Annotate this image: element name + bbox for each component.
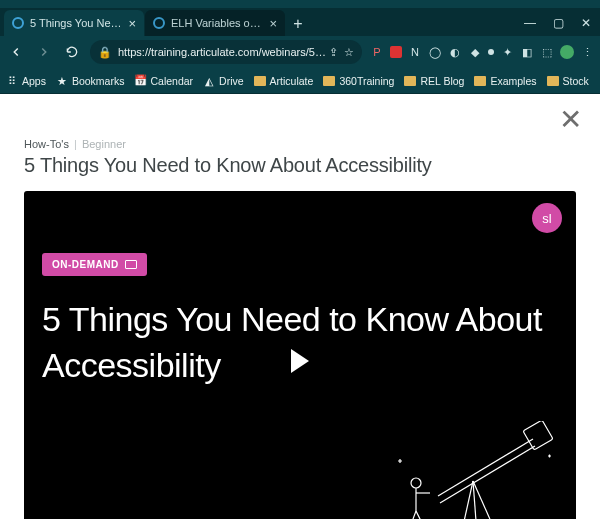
on-demand-badge: ON-DEMAND [42,253,147,276]
tab-title: 5 Things You Need to Know Abo… [30,17,122,29]
url-box[interactable]: 🔒 https://training.articulate.com/webina… [90,40,362,64]
menu-kebab-icon[interactable]: ⋮ [580,45,594,59]
back-button[interactable] [6,42,26,62]
extension-icon[interactable] [390,46,402,58]
breadcrumb-level[interactable]: Beginner [82,138,126,150]
new-tab-button[interactable]: + [286,12,310,36]
extension-icon[interactable]: ◆ [468,45,482,59]
forward-button[interactable] [34,42,54,62]
close-tab-icon[interactable]: × [269,17,277,30]
extension-icon[interactable]: P [370,45,384,59]
svg-line-1 [440,446,535,503]
page-title: 5 Things You Need to Know About Accessib… [24,154,576,177]
bookmark-label: Calendar [150,75,193,87]
bookmark-bookmarks[interactable]: ★Bookmarks [56,75,125,87]
page-viewport: ✕ How-To's | Beginner 5 Things You Need … [0,94,600,519]
apps-grid-icon: ⠿ [6,75,18,87]
bookmark-label: Examples [490,75,536,87]
tab-strip: 5 Things You Need to Know Abo… × ELH Var… [0,8,600,36]
svg-point-6 [411,478,421,488]
play-icon[interactable] [291,349,309,373]
extension-icon[interactable]: ◐ [448,45,462,59]
svg-line-0 [438,439,533,496]
video-player[interactable]: sl ON-DEMAND 5 Things You Need to Know A… [24,191,576,519]
folder-icon [474,76,486,86]
extension-icon[interactable]: ◯ [428,45,442,59]
bookmark-stock[interactable]: Stock [547,75,589,87]
svg-line-10 [416,511,424,519]
browser-window: 5 Things You Need to Know Abo… × ELH Var… [0,0,600,519]
tab-title: ELH Variables only 3 | Review 360 [171,17,263,29]
calendar-icon: 📅 [134,75,146,87]
bookmark-calendar[interactable]: 📅Calendar [134,75,193,87]
close-modal-button[interactable]: ✕ [559,106,582,134]
bookmark-label: Drive [219,75,244,87]
folder-icon [254,76,266,86]
badge-text: ON-DEMAND [52,259,119,270]
bookmarks-bar: ⠿Apps ★Bookmarks 📅Calendar ◭Drive Articu… [0,68,600,94]
maximize-button[interactable]: ▢ [544,10,572,36]
bookmark-articulate[interactable]: Articulate [254,75,314,87]
window-titlebar[interactable] [0,0,600,8]
folder-icon [323,76,335,86]
star-icon: ★ [56,75,68,87]
extension-icon[interactable]: ◧ [520,45,534,59]
window-controls: — ▢ ✕ [516,10,600,36]
tab-active[interactable]: 5 Things You Need to Know Abo… × [4,10,144,36]
close-window-button[interactable]: ✕ [572,10,600,36]
svg-rect-2 [523,421,553,450]
address-bar: 🔒 https://training.articulate.com/webina… [0,36,600,68]
bookmark-label: REL Blog [420,75,464,87]
extensions-tray: P N ◯ ◐ ◆ ✦ ◧ ⬚ ⋮ [370,45,594,59]
folder-icon [404,76,416,86]
svg-line-9 [410,511,416,519]
video-title: 5 Things You Need to Know About Accessib… [42,297,558,389]
favicon-circle-icon [12,17,24,29]
bookmark-drive[interactable]: ◭Drive [203,75,244,87]
folder-icon [547,76,559,86]
breadcrumb: How-To's | Beginner [24,138,576,150]
tab-inactive[interactable]: ELH Variables only 3 | Review 360 × [145,10,285,36]
extension-icon[interactable]: ✦ [500,45,514,59]
breadcrumb-category[interactable]: How-To's [24,138,69,150]
bookmark-360training[interactable]: 360Training [323,75,394,87]
screen-icon [125,260,137,269]
profile-avatar-icon[interactable] [560,45,574,59]
extensions-puzzle-icon[interactable]: ⬚ [540,45,554,59]
minimize-button[interactable]: — [516,10,544,36]
drive-icon: ◭ [203,75,215,87]
bookmark-label: Articulate [270,75,314,87]
presenter-avatar: sl [532,203,562,233]
extension-icon[interactable] [488,49,494,55]
bookmark-star-icon[interactable]: ☆ [344,46,354,59]
lock-icon: 🔒 [98,46,112,59]
bookmark-apps[interactable]: ⠿Apps [6,75,46,87]
bookmark-rel-blog[interactable]: REL Blog [404,75,464,87]
bookmark-label: Stock [563,75,589,87]
bookmark-label: 360Training [339,75,394,87]
extension-icon[interactable]: N [408,45,422,59]
bookmark-examples[interactable]: Examples [474,75,536,87]
url-text: https://training.articulate.com/webinars… [118,46,329,58]
bookmark-label: Bookmarks [72,75,125,87]
share-icon[interactable]: ⇪ [329,46,338,59]
reload-button[interactable] [62,42,82,62]
telescope-illustration-icon [368,421,568,519]
close-tab-icon[interactable]: × [128,17,136,30]
favicon-circle-icon [153,17,165,29]
bookmark-label: Apps [22,75,46,87]
